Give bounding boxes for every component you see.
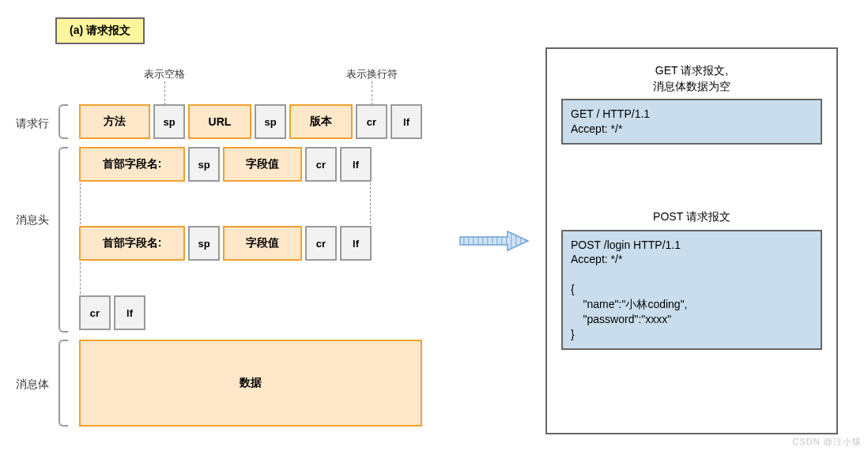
label-request-line: 请求行 [16,117,49,131]
cell-blank-cr: cr [79,295,111,330]
post-code-box: POST /login HTTP/1.1 Accept: */* { "name… [561,230,822,350]
cell-hlf-1: lf [340,147,372,182]
tip-space-label: 表示空格 [144,67,185,81]
dots-right [370,183,371,224]
cell-hval-1: 字段值 [223,147,302,182]
example-panel: GET 请求报文, 消息体数据为空 GET / HTTP/1.1 Accept:… [545,47,838,434]
dots-left-2 [80,262,81,294]
tip-space-line [164,81,165,105]
tip-newline-label: 表示换行符 [346,67,398,81]
cell-hcr-1: cr [305,147,337,182]
brace-header [58,147,68,333]
brace-request-line [58,104,68,139]
cell-method: 方法 [79,104,150,139]
svg-marker-2 [460,231,528,250]
cell-sp1: sp [153,104,185,139]
cell-hlf-2: lf [340,226,372,261]
cell-hsp-1: sp [188,147,220,182]
cell-hcr-2: cr [305,226,337,261]
label-body: 消息体 [16,378,49,392]
cell-hname-1: 首部字段名: [79,147,185,182]
cell-sp2: sp [255,104,286,139]
get-code-box: GET / HTTP/1.1 Accept: */* [561,99,822,145]
cell-url: URL [188,104,251,139]
get-title: GET 请求报文, 消息体数据为空 [547,63,836,94]
label-header: 消息头 [16,213,49,227]
brace-body [58,340,68,427]
arrow-icon [459,229,530,253]
cell-cr1: cr [356,104,387,139]
watermark: CSDN @汪小猿 [793,436,862,448]
post-title: POST 请求报文 [547,209,836,225]
cell-blank-lf: lf [114,295,145,330]
dots-left [80,183,81,224]
diagram-title: (a) 请求报文 [55,17,145,44]
cell-version: 版本 [289,104,353,139]
cell-hname-2: 首部字段名: [79,226,185,261]
tip-newline-line [372,81,372,105]
cell-hval-2: 字段值 [223,226,302,261]
cell-body: 数据 [79,340,422,427]
cell-lf1: lf [391,104,422,139]
cell-hsp-2: sp [188,226,220,261]
